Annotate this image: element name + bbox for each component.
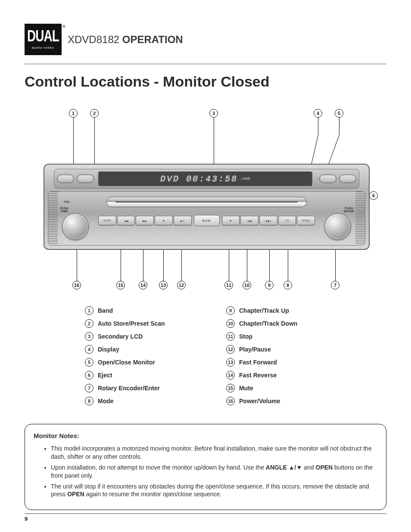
as-ps-button[interactable]: [77, 174, 94, 183]
legend-item: 7Rotary Encoder/Enter: [85, 384, 206, 392]
device-bottom-panel: VOL PUSH PWR PUSH ENTER MUTE ◀◀ ▶▶ ■ ▶II…: [48, 191, 365, 246]
legend-label: Mode: [98, 398, 114, 404]
callout-16: 16: [72, 281, 81, 289]
track-down-button[interactable]: I◀◀: [240, 216, 258, 225]
notes-list: This model incorporates a motorized movi…: [34, 445, 377, 498]
callout-5: 5: [335, 109, 343, 118]
section-name: OPERATION: [122, 34, 183, 45]
callout-1: 1: [69, 109, 78, 118]
callout-9: 9: [265, 281, 274, 289]
legend-number: 4: [85, 345, 93, 354]
legend-number: 9: [226, 306, 235, 315]
legend-label: Fast Reverse: [239, 372, 277, 379]
legend-number: 8: [85, 397, 93, 405]
callout-4: 4: [314, 109, 322, 118]
callout-15: 15: [116, 281, 125, 289]
legend-label: Power/Volume: [239, 398, 280, 404]
monitor-notes-box: Monitor Notes: This model incorporates a…: [25, 424, 386, 510]
legend-number: 2: [85, 319, 93, 328]
callout-10: 10: [243, 281, 251, 289]
legend-number: 5: [85, 358, 93, 367]
fast-forward-button[interactable]: ▶▶: [136, 216, 154, 225]
legend-number: 6: [85, 371, 93, 380]
push-pwr-label: PUSH PWR: [59, 207, 70, 213]
track-up-button[interactable]: ▶▶I: [259, 216, 277, 225]
header-title: XDVD8182 OPERATION: [68, 34, 183, 46]
rotary-encoder-knob[interactable]: [324, 213, 351, 240]
legend-label: Fast Forward: [239, 359, 277, 366]
leader-line: [339, 118, 339, 135]
callout-3: 3: [209, 109, 218, 118]
notes-item: This model incorporates a motorized movi…: [51, 445, 377, 461]
legend-label: Play/Pause: [239, 346, 271, 353]
loud-indicator: LOUD: [241, 177, 250, 180]
device-top-panel: DVD 00:43:58 LOUD: [54, 169, 359, 189]
callout-12: 12: [177, 281, 186, 289]
legend-label: Mute: [239, 385, 253, 392]
lcd-readout: DVD 00:43:58: [160, 174, 238, 184]
push-enter-label: PUSH ENTER: [343, 207, 355, 213]
leader-line: [318, 118, 318, 135]
callout-14: 14: [139, 281, 147, 289]
callout-8: 8: [283, 281, 292, 289]
legend-item: 12Play/Pause: [226, 345, 347, 354]
legend-item: 14Fast Reverse: [226, 371, 347, 380]
dvd-label: DVD: [194, 215, 220, 226]
mute-button[interactable]: MUTE: [98, 216, 116, 225]
legend-number: 11: [226, 332, 235, 341]
callout-7: 7: [331, 281, 339, 289]
speaker-grille-left-icon: [48, 192, 58, 245]
legend-item: 4Display: [85, 345, 206, 354]
stop-button-r[interactable]: ■: [222, 216, 240, 225]
logo-text: DUAL: [27, 27, 59, 45]
page-title: Control Locations - Monitor Closed: [25, 73, 270, 90]
page-header: ® DUAL audio·video XDVD8182 OPERATION: [25, 24, 183, 55]
legend-number: 12: [226, 345, 235, 354]
band-button[interactable]: [57, 174, 74, 183]
stop-button-l[interactable]: ■: [155, 216, 173, 225]
legend-item: 5Open/Close Monitor: [85, 358, 206, 367]
callout-11: 11: [224, 281, 233, 289]
legend-item: 8Mode: [85, 397, 206, 405]
registered-mark: ®: [62, 25, 65, 29]
legend-item: 9Chapter/Track Up: [226, 306, 347, 315]
legend-label: Rotary Encoder/Enter: [98, 385, 160, 392]
device-illustration: DVD 00:43:58 LOUD VOL PUSH PWR PUSH ENTE…: [44, 164, 370, 250]
brand-logo: ® DUAL audio·video: [25, 24, 62, 55]
legend-label: Display: [98, 346, 119, 353]
legend-item: 15Mute: [226, 384, 347, 392]
play-pause-button[interactable]: ▶II: [174, 216, 192, 225]
notes-item: Upon installation, do not attempt to mov…: [51, 464, 377, 480]
legend-number: 1: [85, 306, 93, 315]
speaker-grille-right-icon: [355, 192, 365, 245]
power-volume-knob[interactable]: [62, 213, 89, 240]
legend-label: Stop: [239, 333, 252, 340]
vol-label: VOL: [62, 200, 72, 203]
legend-item: 3Secondary LCD: [85, 332, 206, 341]
open-close-button[interactable]: [339, 174, 356, 183]
control-legend: 1Band2Auto Store/Preset Scan3Secondary L…: [85, 306, 347, 405]
as-button[interactable]: AS: [278, 216, 296, 225]
secondary-lcd: DVD 00:43:58 LOUD: [98, 171, 312, 186]
legend-item: 1Band: [85, 306, 206, 315]
legend-number: 14: [226, 371, 235, 380]
legend-item: 2Auto Store/Preset Scan: [85, 319, 206, 328]
legend-label: Chapter/Track Down: [239, 320, 297, 327]
logo-subtext: audio·video: [32, 46, 54, 50]
display-button[interactable]: [319, 174, 336, 183]
fast-reverse-button[interactable]: ◀◀: [117, 216, 135, 225]
legend-label: Band: [98, 307, 113, 314]
legend-number: 13: [226, 358, 235, 367]
button-row: MUTE ◀◀ ▶▶ ■ ▶II DVD ■ I◀◀ ▶▶I AS MODE: [98, 214, 315, 227]
legend-label: Eject: [98, 372, 112, 379]
header-rule: [25, 64, 386, 64]
legend-label: Secondary LCD: [98, 333, 143, 340]
disc-slot[interactable]: [106, 197, 307, 207]
model-number: XDVD8182: [68, 34, 119, 45]
mode-button[interactable]: MODE: [297, 216, 315, 225]
notes-title: Monitor Notes:: [34, 432, 377, 439]
page-number: 9: [25, 513, 386, 522]
legend-number: 10: [226, 319, 235, 328]
callout-13: 13: [159, 281, 168, 289]
legend-item: 6Eject: [85, 371, 206, 380]
